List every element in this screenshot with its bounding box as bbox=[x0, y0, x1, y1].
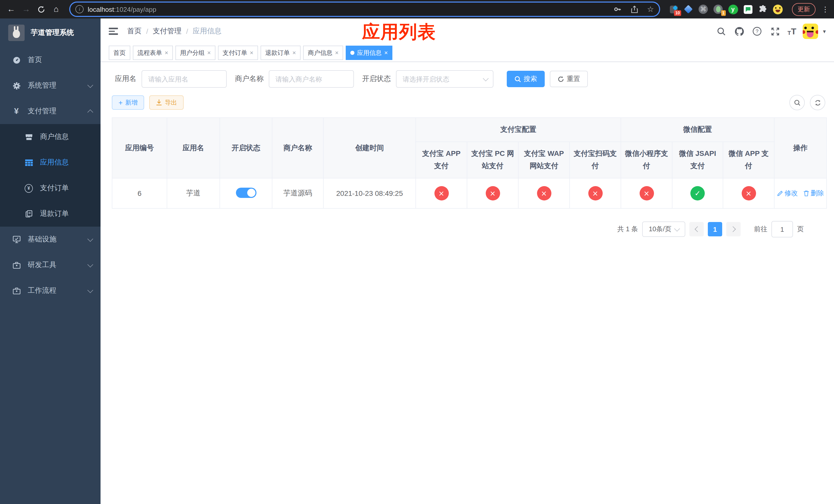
browser-forward-icon[interactable]: → bbox=[20, 3, 32, 15]
close-icon[interactable]: × bbox=[335, 49, 338, 56]
browser-menu-icon[interactable]: ⋮ bbox=[822, 5, 829, 13]
goto-page-input[interactable] bbox=[771, 221, 793, 237]
password-key-icon[interactable] bbox=[613, 5, 621, 13]
grid-table-icon bbox=[25, 159, 33, 166]
tab-app-info[interactable]: 应用信息× bbox=[346, 46, 392, 60]
sidebar-item-system[interactable]: 系统管理 bbox=[0, 73, 101, 98]
help-icon[interactable]: ? bbox=[752, 26, 763, 37]
tab-home[interactable]: 首页 bbox=[109, 46, 130, 60]
col-created: 创建时间 bbox=[323, 118, 416, 178]
browser-address-bar[interactable]: i localhost:1024/pay/app ☆ bbox=[69, 2, 660, 17]
browser-reload-icon[interactable] bbox=[35, 3, 47, 15]
sidebar-item-refund-orders[interactable]: 退款订单 bbox=[0, 201, 101, 227]
tab-process-form[interactable]: 流程表单× bbox=[133, 46, 173, 60]
col-alipay-qr: 支付宝扫码支付 bbox=[570, 142, 621, 178]
profile-emoji-icon[interactable] bbox=[772, 4, 783, 14]
col-alipay-wap: 支付宝 WAP 网站支付 bbox=[518, 142, 570, 178]
avatar-caret-icon[interactable]: ▾ bbox=[823, 28, 826, 35]
briefcase-icon bbox=[12, 288, 21, 294]
user-avatar[interactable] bbox=[803, 24, 818, 39]
chrome-update-button[interactable]: 更新 bbox=[792, 3, 815, 16]
status-select-input[interactable] bbox=[396, 70, 493, 88]
tab-refund-orders[interactable]: 退款订单× bbox=[261, 46, 301, 60]
breadcrumb-item-current: 应用信息 bbox=[193, 27, 222, 36]
next-page-button[interactable] bbox=[726, 222, 741, 236]
sidebar-collapse-icon[interactable] bbox=[109, 28, 118, 35]
search-icon[interactable] bbox=[716, 26, 727, 37]
sidebar-item-home[interactable]: 首页 bbox=[0, 47, 101, 73]
extension-kite-icon[interactable] bbox=[683, 4, 694, 14]
extension-avatar-icon[interactable]: 1 bbox=[713, 4, 723, 14]
page-size-select[interactable]: 10条/页 bbox=[642, 222, 685, 237]
browser-home-icon[interactable]: ⌂ bbox=[50, 3, 62, 15]
cell-wx-app: × bbox=[723, 178, 774, 208]
app-name-input[interactable] bbox=[141, 70, 227, 88]
fullscreen-icon[interactable] bbox=[770, 26, 781, 37]
close-icon[interactable]: × bbox=[250, 49, 254, 56]
enabled-toggle[interactable] bbox=[236, 187, 256, 198]
sidebar-item-app-info[interactable]: 应用信息 bbox=[0, 150, 101, 175]
chevron-left-icon bbox=[695, 226, 700, 232]
edit-link[interactable]: 修改 bbox=[777, 189, 798, 198]
sidebar-item-payment[interactable]: ¥ 支付管理 bbox=[0, 98, 101, 124]
download-icon bbox=[156, 99, 162, 106]
search-button-label: 搜索 bbox=[524, 74, 537, 84]
sidebar-item-pay-orders[interactable]: ¥ 支付订单 bbox=[0, 175, 101, 201]
extensions-puzzle-icon[interactable] bbox=[758, 4, 768, 14]
url-text[interactable]: localhost:1024/pay/app bbox=[88, 5, 604, 13]
search-button[interactable]: 搜索 bbox=[507, 71, 545, 87]
navbar-actions: ? TT ▾ bbox=[716, 24, 826, 39]
delete-link[interactable]: 删除 bbox=[803, 189, 824, 198]
sidebar-logo-row[interactable]: 芋道管理系统 bbox=[0, 19, 101, 47]
tab-label: 退款订单 bbox=[265, 48, 290, 57]
share-icon[interactable] bbox=[631, 5, 638, 13]
breadcrumb-item-payment[interactable]: 支付管理 bbox=[153, 27, 181, 36]
sidebar-item-workflow[interactable]: 工作流程 bbox=[0, 278, 101, 303]
close-icon[interactable]: × bbox=[384, 49, 388, 56]
add-button-label: 新增 bbox=[125, 98, 137, 107]
url-path: :1024/pay/app bbox=[114, 5, 156, 13]
cell-wx-jsapi: ✓ bbox=[672, 178, 723, 208]
pagination-total: 共 1 条 bbox=[617, 225, 638, 234]
sidebar-item-label: 商户信息 bbox=[40, 132, 92, 141]
monitor-check-icon bbox=[12, 236, 21, 243]
extension-y-icon[interactable]: y bbox=[728, 4, 738, 14]
prev-page-button[interactable] bbox=[689, 222, 704, 236]
export-button[interactable]: 导出 bbox=[149, 95, 184, 110]
refresh-button[interactable] bbox=[810, 95, 825, 110]
bookmark-star-icon[interactable]: ☆ bbox=[647, 5, 654, 14]
extension-grid-icon[interactable]: 10 bbox=[668, 4, 679, 14]
sidebar-item-infrastructure[interactable]: 基础设施 bbox=[0, 227, 101, 252]
site-info-icon[interactable]: i bbox=[75, 5, 84, 13]
goto-prefix: 前往 bbox=[754, 225, 767, 234]
table-toolbar: + 新增 导出 bbox=[112, 95, 825, 110]
github-icon[interactable] bbox=[734, 26, 745, 37]
breadcrumb-item-home[interactable]: 首页 bbox=[127, 27, 141, 36]
tab-user-group[interactable]: 用户分组× bbox=[175, 46, 215, 60]
extension-badge: 1 bbox=[721, 10, 726, 16]
font-size-icon[interactable]: TT bbox=[788, 27, 796, 36]
sidebar-item-dev-tools[interactable]: 研发工具 bbox=[0, 252, 101, 278]
extension-chat-icon[interactable] bbox=[743, 4, 753, 14]
sidebar-item-merchant-info[interactable]: 商户信息 bbox=[0, 124, 101, 150]
col-alipay-pc: 支付宝 PC 网站支付 bbox=[467, 142, 518, 178]
gear-icon bbox=[12, 82, 21, 90]
current-page-button[interactable]: 1 bbox=[708, 222, 722, 236]
toolbox-icon bbox=[12, 262, 21, 269]
close-icon[interactable]: × bbox=[164, 49, 168, 56]
browser-back-icon[interactable]: ← bbox=[5, 3, 17, 15]
close-icon[interactable]: × bbox=[292, 49, 296, 56]
tab-pay-orders[interactable]: 支付订单× bbox=[218, 46, 258, 60]
extension-command-icon[interactable]: ⌘ bbox=[698, 4, 708, 14]
close-icon[interactable]: × bbox=[207, 49, 211, 56]
status-label: 开启状态 bbox=[362, 74, 391, 84]
toggle-search-button[interactable] bbox=[789, 95, 805, 110]
merchant-name-input[interactable] bbox=[269, 70, 354, 88]
reset-button[interactable]: 重置 bbox=[550, 71, 588, 87]
app-logo bbox=[8, 25, 25, 41]
filter-form: 应用名 商户名称 开启状态 搜索 重置 bbox=[112, 70, 825, 88]
add-button[interactable]: + 新增 bbox=[112, 95, 144, 110]
status-select[interactable] bbox=[396, 70, 493, 88]
breadcrumb-separator: / bbox=[146, 27, 148, 36]
tab-merchant-info[interactable]: 商户信息× bbox=[303, 46, 343, 60]
